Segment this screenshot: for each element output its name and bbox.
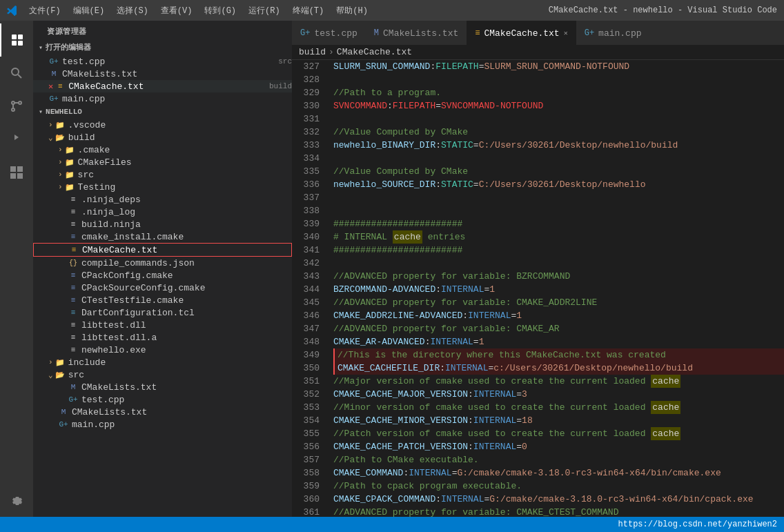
- open-editor-cmakecache[interactable]: ✕ ≡ CMakeCache.txt build: [33, 80, 292, 92]
- txt-icon: ≡: [55, 81, 66, 92]
- svg-rect-12: [17, 173, 23, 179]
- file-build-ninja[interactable]: ≡ build.ninja: [33, 218, 292, 230]
- code-line: //Minor version of cmake used to create …: [333, 401, 784, 414]
- activity-settings[interactable]: [0, 484, 33, 517]
- file-src-test-cpp[interactable]: G+ test.cpp: [33, 393, 292, 406]
- open-editor-label: test.cpp: [62, 57, 274, 67]
- code-line: //ADVANCED property for variable: CMAKE_…: [333, 322, 784, 335]
- open-editors-title: 打开的编辑器: [46, 42, 91, 52]
- folder-label: build: [68, 132, 292, 143]
- file-root-cmakelists[interactable]: M CMakeLists.txt: [33, 406, 292, 418]
- code-line-349: //This is the directory where this CMake…: [333, 348, 784, 362]
- code-line: CMAKE_CACHE_MINOR_VERSION:INTERNAL=18: [333, 414, 784, 427]
- svg-rect-2: [12, 41, 17, 46]
- file-src-cmakelists[interactable]: M CMakeLists.txt: [33, 381, 292, 393]
- open-editor-main-cpp[interactable]: G+ main.cpp: [33, 92, 292, 105]
- file-label: .ninja_deps: [81, 195, 292, 205]
- open-editors-section[interactable]: ▾ 打开的编辑器: [33, 39, 292, 55]
- code-line: CMAKE_CACHE_PATCH_VERSION:INTERNAL=0: [333, 440, 784, 453]
- code-line: //ADVANCED property for variable: BZRCOM…: [333, 270, 784, 283]
- activity-bar: [0, 21, 33, 517]
- file-root-main-cpp[interactable]: G+ main.cpp: [33, 418, 292, 431]
- folder-cmake[interactable]: › 📁 .cmake: [33, 144, 292, 156]
- file-dartconfig[interactable]: ≡ DartConfiguration.tcl: [33, 306, 292, 319]
- chevron-right-icon: ›: [48, 121, 53, 129]
- activity-explorer[interactable]: [0, 23, 33, 57]
- code-editor[interactable]: 327 328 329 330 331 332 333 334 335 336 …: [292, 60, 784, 517]
- breadcrumb-file: CMakeCache.txt: [337, 47, 412, 57]
- folder-src-build[interactable]: › 📁 src: [33, 168, 292, 181]
- folder-icon: 📁: [64, 144, 75, 155]
- tab-icon: ≡: [475, 28, 480, 38]
- activity-extensions[interactable]: [0, 156, 33, 189]
- open-editor-label: main.cpp: [62, 94, 292, 104]
- tab-close-button[interactable]: ✕: [564, 29, 568, 37]
- code-content[interactable]: SLURM_SRUN_COMMAND:FILEPATH=SLURM_SRUN_C…: [326, 60, 784, 517]
- svg-rect-10: [17, 166, 23, 172]
- menu-view[interactable]: 查看(V): [155, 3, 198, 18]
- file-libttest-dll-a[interactable]: ≡ libttest.dll.a: [33, 331, 292, 344]
- tab-test-cpp[interactable]: G+ test.cpp: [292, 21, 366, 45]
- project-section[interactable]: ▾ NEWHELLO: [33, 105, 292, 119]
- file-ctesttestfile[interactable]: ≡ CTestTestfile.cmake: [33, 294, 292, 306]
- code-line: ########################: [333, 217, 784, 230]
- open-editor-test-cpp[interactable]: G+ test.cpp src: [33, 55, 292, 68]
- file-libttest-dll[interactable]: ≡ libttest.dll: [33, 319, 292, 331]
- open-editor-cmakelists[interactable]: M CMakeLists.txt: [33, 68, 292, 80]
- file-label: DartConfiguration.tcl: [81, 308, 292, 318]
- menu-file[interactable]: 文件(F): [23, 3, 66, 18]
- txt-file-icon: ≡: [68, 244, 79, 255]
- chevron-right-icon: ›: [58, 146, 63, 154]
- sidebar: 资源管理器 ▾ 打开的编辑器 G+ test.cpp src M CMakeLi…: [33, 21, 292, 517]
- editor-area: G+ test.cpp M CMakeLists.txt ≡ CMakeCach…: [292, 21, 784, 517]
- tab-cmakelists[interactable]: M CMakeLists.txt: [366, 21, 467, 45]
- activity-git[interactable]: [0, 90, 33, 123]
- file-icon: ≡: [68, 219, 79, 230]
- tab-icon: G+: [585, 28, 594, 38]
- file-cmakecache-selected[interactable]: ≡ CMakeCache.txt: [33, 243, 292, 257]
- file-ninja-deps[interactable]: ≡ .ninja_deps: [33, 193, 292, 206]
- file-compile-commands[interactable]: {} compile_commands.json: [33, 257, 292, 269]
- tab-label: CMakeLists.txt: [383, 28, 458, 39]
- svg-point-8: [12, 108, 14, 111]
- svg-rect-0: [12, 35, 17, 39]
- folder-include[interactable]: › 📁 include: [33, 356, 292, 368]
- cmake-file-icon: ≡: [68, 295, 79, 306]
- breadcrumb-part: build: [299, 47, 326, 57]
- folder-label: src: [68, 370, 292, 380]
- menu-goto[interactable]: 转到(G): [199, 3, 242, 18]
- folder-open-icon: 📂: [55, 132, 66, 143]
- cmake-icon: M: [48, 68, 59, 79]
- folder-src-root[interactable]: ⌄ 📂 src: [33, 368, 292, 381]
- file-cpackconfig[interactable]: ≡ CPackConfig.cmake: [33, 269, 292, 282]
- chevron-right-icon: ›: [58, 158, 63, 166]
- menu-select[interactable]: 选择(S): [111, 3, 154, 18]
- folder-build[interactable]: ⌄ 📂 build: [33, 131, 292, 144]
- code-line: [333, 191, 784, 204]
- tab-icon: G+: [300, 28, 310, 38]
- menu-help[interactable]: 帮助(H): [331, 3, 373, 18]
- tab-main-cpp[interactable]: G+ main.cpp: [576, 21, 650, 45]
- file-cmake-install[interactable]: ≡ cmake_install.cmake: [33, 230, 292, 243]
- menu-edit[interactable]: 编辑(E): [68, 3, 110, 18]
- file-label: cmake_install.cmake: [81, 232, 292, 242]
- close-icon[interactable]: ✕: [48, 81, 53, 92]
- file-cpacksourceconfig[interactable]: ≡ CPackSourceConfig.cmake: [33, 282, 292, 294]
- folder-vscode[interactable]: › 📁 .vscode: [33, 119, 292, 131]
- folder-label: Testing: [78, 182, 292, 193]
- activity-search[interactable]: [0, 57, 33, 90]
- cpp-icon: G+: [48, 93, 59, 104]
- menu-terminal[interactable]: 终端(T): [287, 3, 330, 18]
- menu-bar: 文件(F) 编辑(E) 选择(S) 查看(V) 转到(G) 运行(R) 终端(T…: [23, 3, 549, 18]
- file-newhello-exe[interactable]: ≡ newhello.exe: [33, 344, 292, 356]
- tab-cmakecache[interactable]: ≡ CMakeCache.txt ✕: [467, 21, 576, 45]
- cmake-file-icon: ≡: [68, 282, 79, 293]
- file-ninja-log[interactable]: ≡ .ninja_log: [33, 206, 292, 218]
- activity-debug[interactable]: [0, 123, 33, 156]
- folder-testing[interactable]: › 📁 Testing: [33, 181, 292, 193]
- file-label: CMakeCache.txt: [82, 245, 291, 255]
- folder-cmakefiles[interactable]: › 📁 CMakeFiles: [33, 156, 292, 168]
- svg-rect-3: [18, 41, 23, 46]
- file-label: libttest.dll: [81, 320, 292, 331]
- menu-run[interactable]: 运行(R): [243, 3, 286, 18]
